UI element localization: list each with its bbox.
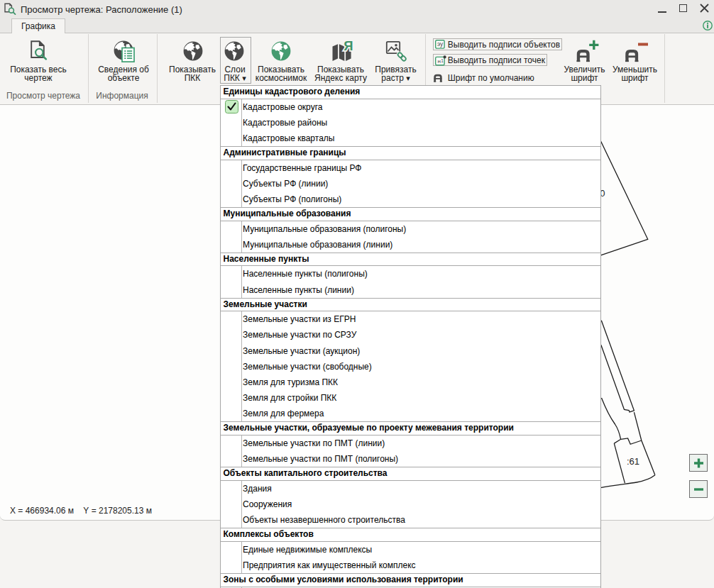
svg-text:Я: Я [344, 40, 353, 53]
svg-text:1: 1 [441, 57, 444, 62]
svg-text::61: :61 [627, 456, 639, 467]
svg-text:эу: эу [436, 40, 443, 48]
